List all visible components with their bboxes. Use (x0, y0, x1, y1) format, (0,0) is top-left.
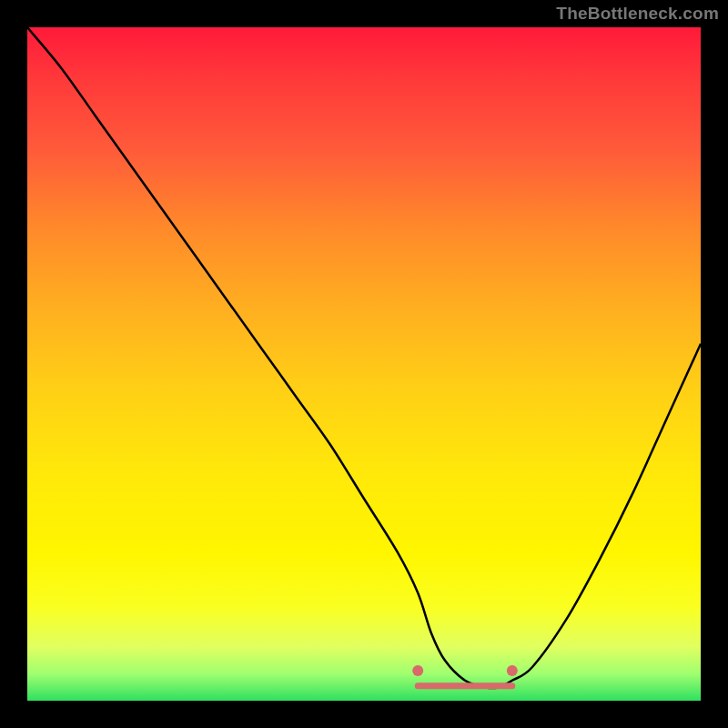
highlight-marker-right (507, 665, 518, 676)
bottleneck-curve-line (27, 27, 701, 688)
bottleneck-curve-svg (27, 27, 701, 701)
chart-plot-area (27, 27, 701, 701)
attribution-text: TheBottleneck.com (556, 4, 719, 24)
highlight-marker-left (412, 665, 423, 676)
